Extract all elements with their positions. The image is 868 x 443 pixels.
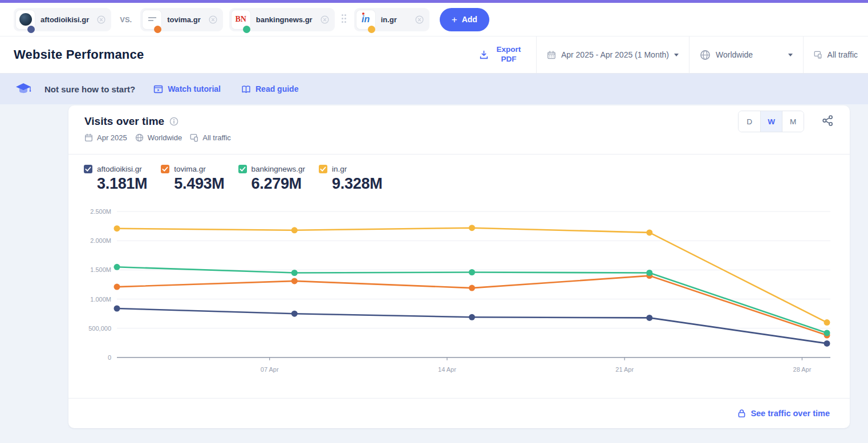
site-chip-aftodioikisi.gr[interactable]: aftodioikisi.gr <box>14 8 111 31</box>
data-point[interactable] <box>291 270 298 276</box>
card-title: Visits over time <box>84 115 164 128</box>
remove-site-icon[interactable] <box>321 15 329 24</box>
read-guide-label: Read guide <box>255 84 298 94</box>
granularity-d-button[interactable]: D <box>739 111 760 132</box>
region-picker[interactable]: Worldwide <box>689 36 803 73</box>
remove-site-icon[interactable] <box>415 15 424 24</box>
site-chip-label: tovima.gr <box>167 15 206 24</box>
meta-region-label: Worldwide <box>148 133 182 142</box>
granularity-w-button[interactable]: W <box>760 111 782 132</box>
page-title: Website Performance <box>0 47 144 62</box>
card-meta: Apr 2025 Worldwide All traffic <box>84 133 239 142</box>
info-icon[interactable] <box>169 117 179 126</box>
data-point[interactable] <box>469 314 475 320</box>
see-traffic-over-time-link[interactable]: See traffic over time <box>751 409 830 418</box>
data-point[interactable] <box>291 311 298 317</box>
data-point[interactable] <box>646 229 652 235</box>
series-color-dot <box>243 26 250 33</box>
data-point[interactable] <box>114 225 120 231</box>
video-tutorial-icon <box>153 84 163 94</box>
data-point[interactable] <box>114 306 120 312</box>
export-pdf-button[interactable]: Export PDF <box>467 36 536 73</box>
site-chip-in.gr[interactable]: inin.gr <box>354 8 429 31</box>
legend-total-value: 3.181M <box>97 175 147 193</box>
series-aftodioikisi.gr <box>114 306 830 347</box>
legend-total-value: 9.328M <box>332 175 382 193</box>
data-point[interactable] <box>114 264 120 270</box>
watch-tutorial-link[interactable]: Watch tutorial <box>153 84 221 94</box>
legend-item-tovima.gr: tovima.gr5.493M <box>161 165 224 193</box>
in-favicon-text: in <box>362 14 370 25</box>
legend-checkbox-row[interactable]: tovima.gr <box>161 165 224 173</box>
drag-handle[interactable] <box>342 14 347 25</box>
legend-item-aftodioikisi.gr: aftodioikisi.gr3.181M <box>84 165 147 193</box>
red-dot <box>362 13 364 15</box>
data-point[interactable] <box>469 285 475 291</box>
watch-tutorial-label: Watch tutorial <box>168 84 221 94</box>
lock-icon <box>737 409 746 418</box>
banner-question: Not sure how to start? <box>44 84 135 94</box>
meta-region: Worldwide <box>135 133 182 142</box>
meta-date: Apr 2025 <box>84 133 127 142</box>
download-icon <box>479 50 489 60</box>
x-axis-tick-label: 07 Apr <box>261 366 279 373</box>
data-point[interactable] <box>824 330 830 336</box>
data-point[interactable] <box>824 319 830 326</box>
data-point[interactable] <box>646 270 652 276</box>
data-point[interactable] <box>824 340 830 347</box>
legend-checkbox-row[interactable]: bankingnews.gr <box>238 165 306 173</box>
compare-toolbar: aftodioikisi.grvs.tovima.grBNbankingnews… <box>0 3 868 36</box>
remove-site-icon[interactable] <box>97 15 106 24</box>
legend-checkbox[interactable] <box>238 165 247 173</box>
devices-icon <box>814 49 822 60</box>
plus-icon: + <box>452 15 457 25</box>
data-point[interactable] <box>291 227 298 233</box>
data-point[interactable] <box>291 278 298 284</box>
series-line <box>117 276 827 335</box>
legend-checkbox-row[interactable]: aftodioikisi.gr <box>84 165 147 173</box>
share-button[interactable] <box>822 115 834 127</box>
series-color-dot <box>154 26 161 33</box>
legend-checkbox[interactable] <box>84 165 92 173</box>
legend-checkbox[interactable] <box>319 165 327 173</box>
add-site-button[interactable]: + Add <box>440 8 489 31</box>
series-line <box>117 308 827 343</box>
globe-favicon-image <box>19 13 32 26</box>
meta-traffic: All traffic <box>190 133 231 142</box>
site-chip-tovima.gr[interactable]: tovima.gr <box>140 8 223 31</box>
legend-checkbox[interactable] <box>161 165 169 173</box>
legend-site-label: in.gr <box>332 165 347 173</box>
traffic-type-picker[interactable]: All traffic <box>803 36 868 73</box>
granularity-m-button[interactable]: M <box>782 111 804 132</box>
site-chip-label: aftodioikisi.gr <box>40 15 95 24</box>
y-axis-tick-label: 500,000 <box>88 325 111 332</box>
legend-site-label: bankingnews.gr <box>252 165 306 173</box>
legend-checkbox-row[interactable]: in.gr <box>319 165 382 173</box>
data-point[interactable] <box>469 225 475 231</box>
read-guide-link[interactable]: Read guide <box>241 84 298 94</box>
legend-site-label: aftodioikisi.gr <box>97 165 142 173</box>
meta-traffic-label: All traffic <box>202 133 231 142</box>
globe-icon <box>700 50 711 60</box>
y-axis-tick-label: 2.500M <box>90 208 111 215</box>
date-range-picker[interactable]: Apr 2025 - Apr 2025 (1 Month) <box>536 36 689 73</box>
y-axis-tick-label: 2.000M <box>90 237 111 244</box>
region-value: Worldwide <box>716 50 753 59</box>
data-point[interactable] <box>646 315 652 321</box>
data-point[interactable] <box>469 269 475 275</box>
x-axis-tick-label: 28 Apr <box>793 366 812 373</box>
graduation-cap-icon <box>15 82 32 96</box>
card-footer: See traffic over time <box>68 398 850 428</box>
devices-icon <box>190 133 198 142</box>
vs-label: vs. <box>120 15 132 24</box>
y-axis-tick-label: 0 <box>108 354 111 361</box>
traffic-type-value: All traffic <box>828 50 858 59</box>
visits-line-chart[interactable]: 0500,0001.000M1.500M2.000M2.500M07 Apr14… <box>68 205 850 377</box>
header-controls: Export PDF Apr 2025 - Apr 2025 (1 Month)… <box>467 36 868 73</box>
remove-site-icon[interactable] <box>209 15 217 24</box>
export-pdf-label: Export PDF <box>494 45 524 64</box>
data-point[interactable] <box>114 284 120 290</box>
calendar-icon <box>547 50 556 60</box>
site-chip-label: in.gr <box>381 15 403 24</box>
site-chip-bankingnews.gr[interactable]: BNbankingnews.gr <box>229 8 335 31</box>
